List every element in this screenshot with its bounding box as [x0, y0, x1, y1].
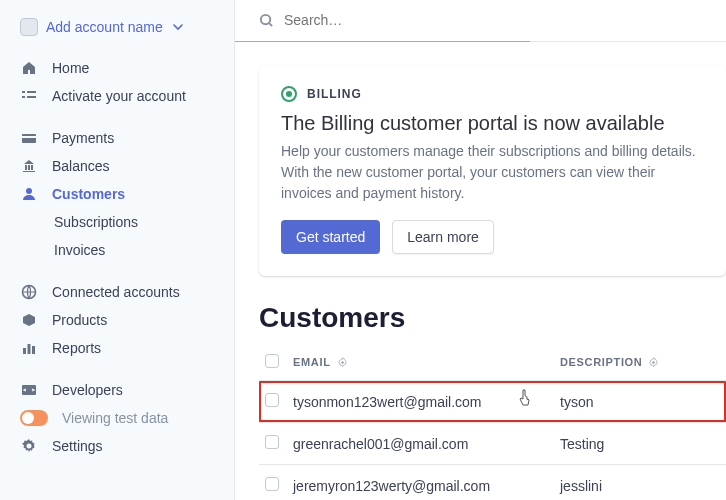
svg-rect-4: [22, 134, 36, 143]
balances-icon: [20, 158, 38, 174]
table-row[interactable]: greenrachel001@gmail.com Testing: [259, 423, 726, 465]
get-started-button[interactable]: Get started: [281, 220, 380, 254]
sidebar-item-customers[interactable]: Customers: [0, 180, 234, 208]
nav-label: Connected accounts: [52, 284, 180, 300]
gear-icon: [20, 438, 38, 454]
table-row[interactable]: tysonmon123wert@gmail.com tyson: [259, 381, 726, 423]
search-input[interactable]: [284, 12, 702, 28]
home-icon: [20, 60, 38, 76]
svg-rect-1: [27, 91, 36, 93]
billing-banner: BILLING The Billing customer portal is n…: [259, 66, 726, 276]
nav-label: Reports: [52, 340, 101, 356]
table-header: EMAIL DESCRIPTION: [259, 344, 726, 381]
sidebar-item-products[interactable]: Products: [0, 306, 234, 334]
nav-label: Home: [52, 60, 89, 76]
nav-label: Products: [52, 312, 107, 328]
nav-label: Settings: [52, 438, 103, 454]
svg-rect-9: [28, 344, 31, 354]
sidebar-item-balances[interactable]: Balances: [0, 152, 234, 180]
svg-rect-2: [22, 96, 25, 98]
page-title: Customers: [259, 302, 726, 334]
nav-label: Activate your account: [52, 88, 186, 104]
cell-description: Testing: [560, 436, 720, 452]
developers-icon: [20, 382, 38, 398]
learn-more-button[interactable]: Learn more: [392, 220, 494, 254]
cell-email: jeremyron123werty@gmail.com: [293, 478, 560, 494]
test-mode-toggle[interactable]: [20, 410, 48, 426]
payments-icon: [20, 130, 38, 146]
gear-icon[interactable]: [648, 357, 659, 368]
svg-rect-8: [23, 348, 26, 354]
sidebar-item-subscriptions[interactable]: Subscriptions: [0, 208, 234, 236]
sidebar-item-settings[interactable]: Settings: [0, 432, 234, 460]
select-all-checkbox[interactable]: [265, 354, 279, 368]
topbar: [235, 0, 726, 42]
svg-point-13: [341, 361, 344, 364]
row-checkbox[interactable]: [265, 435, 279, 449]
svg-point-6: [26, 188, 32, 194]
sidebar-item-connected-accounts[interactable]: Connected accounts: [0, 278, 234, 306]
globe-icon: [20, 284, 38, 300]
account-name: Add account name: [46, 19, 163, 35]
sidebar-item-activate[interactable]: Activate your account: [0, 82, 234, 110]
cell-description: jesslini: [560, 478, 720, 494]
banner-title: The Billing customer portal is now avail…: [281, 112, 704, 135]
header-description[interactable]: DESCRIPTION: [560, 356, 642, 368]
sidebar-item-developers[interactable]: Developers: [0, 376, 234, 404]
sidebar-item-payments[interactable]: Payments: [0, 124, 234, 152]
row-checkbox[interactable]: [265, 393, 279, 407]
checklist-icon: [20, 88, 38, 104]
sidebar: Add account name Home Activate your acco…: [0, 0, 235, 500]
billing-status-icon: [281, 86, 297, 102]
products-icon: [20, 312, 38, 328]
sidebar-item-invoices[interactable]: Invoices: [0, 236, 234, 264]
nav-label: Subscriptions: [54, 214, 138, 230]
cell-email: greenrachel001@gmail.com: [293, 436, 560, 452]
cell-email: tysonmon123wert@gmail.com: [293, 394, 560, 410]
header-email[interactable]: EMAIL: [293, 356, 331, 368]
nav-label: Balances: [52, 158, 110, 174]
banner-body: Help your customers manage their subscri…: [281, 141, 704, 204]
search-icon: [259, 13, 274, 28]
svg-rect-3: [27, 96, 36, 98]
row-checkbox[interactable]: [265, 477, 279, 491]
nav-label: Viewing test data: [62, 410, 168, 426]
gear-icon[interactable]: [337, 357, 348, 368]
sidebar-item-home[interactable]: Home: [0, 54, 234, 82]
nav-label: Payments: [52, 130, 114, 146]
customers-table: EMAIL DESCRIPTION tysonmon123wert@gmail.…: [259, 344, 726, 500]
account-switcher[interactable]: Add account name: [0, 14, 234, 54]
nav-label: Customers: [52, 186, 125, 202]
nav-label: Invoices: [54, 242, 105, 258]
account-icon: [20, 18, 38, 36]
reports-icon: [20, 340, 38, 356]
chevron-down-icon: [173, 22, 183, 32]
banner-label: BILLING: [307, 87, 362, 101]
cell-description: tyson: [560, 394, 720, 410]
svg-rect-0: [22, 91, 25, 93]
main: BILLING The Billing customer portal is n…: [235, 0, 726, 500]
sidebar-item-reports[interactable]: Reports: [0, 334, 234, 362]
nav-list: Home Activate your account Payments Bala…: [0, 54, 234, 460]
table-row[interactable]: jeremyron123werty@gmail.com jesslini: [259, 465, 726, 500]
svg-rect-5: [22, 136, 36, 138]
svg-rect-10: [32, 346, 35, 354]
sidebar-item-test-mode[interactable]: Viewing test data: [0, 404, 234, 432]
svg-point-12: [261, 15, 270, 24]
customers-icon: [20, 186, 38, 202]
svg-point-14: [653, 361, 656, 364]
nav-label: Developers: [52, 382, 123, 398]
